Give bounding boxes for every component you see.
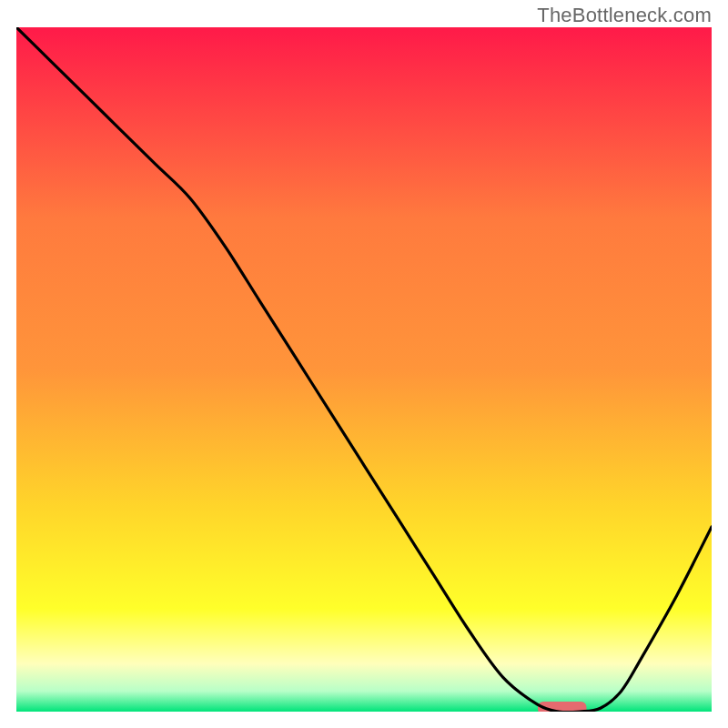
watermark-text: TheBottleneck.com xyxy=(537,4,712,27)
optimal-range-marker xyxy=(538,702,586,712)
bottleneck-chart: TheBottleneck.com xyxy=(0,0,728,728)
plot-svg xyxy=(16,27,712,712)
plot-area xyxy=(16,27,712,712)
